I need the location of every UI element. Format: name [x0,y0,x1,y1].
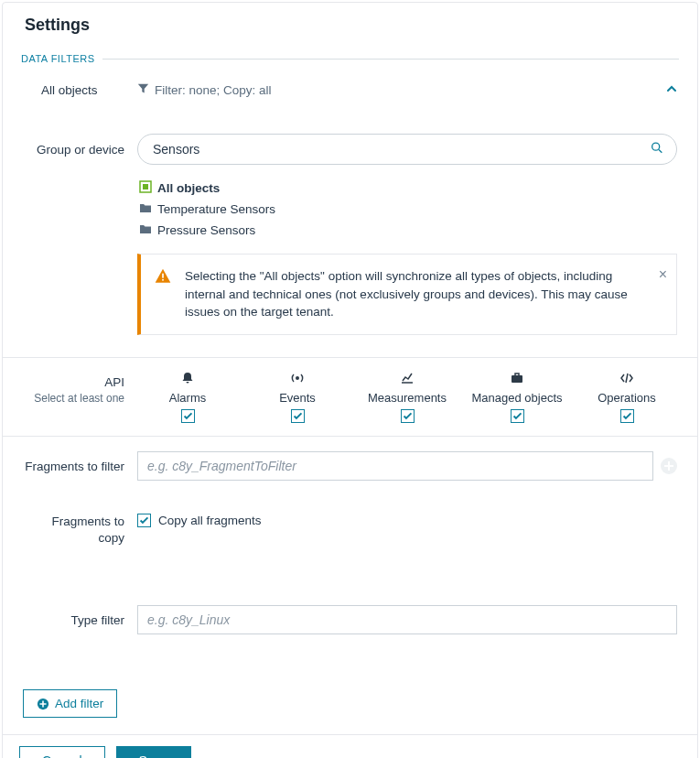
checkbox[interactable] [620,409,634,423]
broadcast-icon [290,371,305,388]
tree-item-label: All objects [157,181,220,195]
chevron-up-icon[interactable] [666,83,677,97]
svg-rect-4 [162,274,164,278]
warning-text: Selecting the "All objects" option will … [185,267,645,321]
add-filter-label: Add filter [55,697,103,710]
fragments-copy-label: Fragments to copy [23,514,137,547]
bell-icon [180,371,195,388]
tree-item-all-objects[interactable]: All objects [139,178,677,199]
api-events[interactable]: Events [247,371,348,423]
warning-box: Selecting the "All objects" option will … [137,254,677,335]
chart-icon [400,371,415,388]
folder-icon [139,201,152,217]
fragments-filter-label: Fragments to filter [23,459,137,475]
summary-objects: All objects [23,83,137,97]
summary-filter: Filter: none; Copy: all [137,82,641,97]
checkbox[interactable] [511,409,524,423]
api-item-label: Events [279,391,316,405]
section-divider [102,59,679,60]
tree-item-label: Temperature Sensors [157,202,275,216]
svg-point-6 [296,376,299,380]
fragments-filter-row: Fragments to filter [3,437,697,488]
warning-triangle-icon [154,267,172,321]
fragments-filter-input[interactable] [137,451,653,481]
group-device-search-input[interactable] [137,134,677,165]
api-managed-objects[interactable]: Managed objects [467,371,567,423]
tree-item-temperature[interactable]: Temperature Sensors [139,199,677,220]
save-button[interactable]: Save [116,746,191,758]
copy-all-fragments-checkbox[interactable]: Copy all fragments [137,514,677,527]
tree-item-pressure[interactable]: Pressure Sensors [139,220,677,241]
api-operations[interactable]: Operations [576,371,677,423]
api-label: API [104,375,124,389]
panel-header: Settings [3,3,697,44]
svg-line-1 [659,150,662,153]
folder-icon [139,222,152,238]
checkbox-label: Copy all fragments [158,514,262,527]
checkbox[interactable] [401,409,415,423]
section-header: DATA FILTERS [3,49,697,68]
funnel-icon [137,82,149,97]
api-item-label: Managed objects [471,391,562,405]
allobjects-icon [139,180,152,196]
checkbox[interactable] [181,409,195,423]
svg-rect-3 [143,184,148,190]
filter-summary-row[interactable]: All objects Filter: none; Copy: all [3,68,697,119]
add-fragment-icon[interactable] [661,458,677,474]
object-tree: All objects Temperature Sensors Pressure… [137,178,677,241]
api-label-col: API Select at least one [23,371,137,423]
api-item-label: Measurements [368,391,447,405]
svg-point-0 [652,143,660,150]
briefcase-icon [510,371,524,388]
group-device-row: Group or device All objects [3,119,697,342]
fragments-copy-row: Fragments to copy Copy all fragments [3,514,697,554]
type-filter-input[interactable] [137,605,677,634]
section-label: DATA FILTERS [21,53,95,64]
group-device-label: Group or device [23,142,137,158]
api-alarms[interactable]: Alarms [137,371,238,423]
search-icon[interactable] [650,141,664,158]
add-filter-button[interactable]: Add filter [23,689,117,718]
settings-panel: Settings DATA FILTERS All objects Filter… [2,2,698,758]
type-filter-row: Type filter [3,605,697,642]
page-title: Settings [25,16,675,35]
svg-rect-5 [162,279,164,281]
svg-rect-7 [512,375,522,383]
api-row: API Select at least one Alarms Events Me… [3,357,697,437]
footer: Cancel Save [3,734,697,758]
type-filter-label: Type filter [23,612,137,629]
api-item-label: Alarms [169,391,206,405]
checkbox[interactable] [137,514,151,527]
api-grid: Alarms Events Measurements Managed objec… [137,371,677,423]
cancel-button[interactable]: Cancel [19,746,105,758]
checkbox[interactable] [291,409,305,423]
tree-item-label: Pressure Sensors [157,223,255,237]
api-sublabel: Select at least one [23,391,124,406]
api-item-label: Operations [598,391,656,405]
close-icon[interactable]: × [659,264,667,285]
summary-filter-text: Filter: none; Copy: all [155,83,272,97]
code-icon [619,371,634,388]
api-measurements[interactable]: Measurements [357,371,458,423]
